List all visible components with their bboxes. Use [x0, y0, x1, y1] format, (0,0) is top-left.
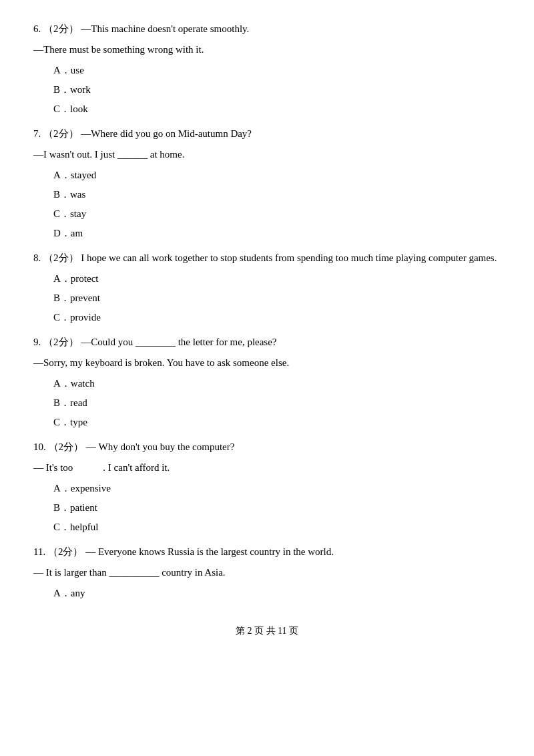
question-9-option-b: B．read [53, 394, 501, 412]
option-text: watch [71, 378, 95, 389]
question-11-points: （2分） [48, 546, 83, 557]
question-7-number: 7. [33, 128, 41, 139]
option-text: provide [70, 312, 101, 323]
question-9-option-c: C．type [53, 413, 501, 431]
option-letter: B． [53, 502, 70, 513]
option-letter: C． [53, 208, 70, 219]
option-letter: C． [53, 104, 70, 114]
question-10-dialog-2: — It's too . I can't afford it. [33, 459, 501, 477]
question-9: 9. （2分） —Could you ________ the letter f… [33, 333, 501, 431]
option-letter: A． [53, 588, 71, 598]
question-10-number: 10. [33, 441, 46, 452]
question-11-dialog-1: — Everyone knows Russia is the largest c… [85, 546, 334, 557]
question-7-points: （2分） [43, 128, 79, 139]
question-7-title: 7. （2分） —Where did you go on Mid-autumn … [33, 125, 501, 143]
question-6-dialog-2: —There must be something wrong with it. [33, 41, 501, 59]
option-text: read [70, 397, 87, 408]
question-8: 8. （2分） I hope we can all work together … [33, 249, 501, 327]
question-8-option-c: C．provide [53, 309, 501, 327]
question-8-points: （2分） [43, 252, 79, 263]
question-10-option-a: A．expensive [53, 480, 501, 498]
question-8-option-b: B．prevent [53, 289, 501, 307]
question-7-dialog-1: —Where did you go on Mid-autumn Day? [81, 128, 252, 139]
question-11: 11. （2分） — Everyone knows Russia is the … [33, 543, 501, 602]
question-9-title: 9. （2分） —Could you ________ the letter f… [33, 333, 501, 351]
question-10-title: 10. （2分） — Why don't you buy the compute… [33, 438, 501, 456]
option-text: stayed [71, 170, 96, 180]
option-text: prevent [70, 293, 100, 303]
question-6: 6. （2分） —This machine doesn't operate sm… [33, 20, 501, 118]
question-6-points: （2分） [43, 23, 79, 34]
question-7-option-c: C．stay [53, 205, 501, 223]
question-11-dialog-2: — It is larger than __________ country i… [33, 564, 501, 582]
question-7-dialog-2: —I wasn't out. I just ______ at home. [33, 146, 501, 164]
option-letter: C． [53, 312, 70, 323]
page-footer-text: 第 2 页 共 11 页 [236, 626, 298, 636]
question-9-points: （2分） [43, 337, 79, 347]
question-7-option-d: D．am [53, 224, 501, 242]
option-text: helpful [70, 522, 99, 532]
option-letter: A． [53, 65, 71, 75]
option-letter: A． [53, 170, 71, 180]
option-text: expensive [71, 483, 111, 494]
question-8-title: 8. （2分） I hope we can all work together … [33, 249, 501, 267]
option-letter: C． [53, 522, 70, 532]
option-letter: B． [53, 189, 70, 200]
option-letter: C． [53, 417, 70, 427]
option-text: patient [70, 502, 97, 513]
question-9-dialog-2: —Sorry, my keyboard is broken. You have … [33, 354, 501, 372]
question-10-option-b: B．patient [53, 499, 501, 517]
question-7-option-b: B．was [53, 186, 501, 204]
question-6-number: 6. [33, 23, 41, 34]
question-10: 10. （2分） — Why don't you buy the compute… [33, 438, 501, 536]
option-letter: A． [53, 483, 71, 494]
question-9-dialog-1: —Could you ________ the letter for me, p… [81, 337, 276, 347]
option-letter: B． [53, 84, 70, 95]
option-text: stay [70, 208, 86, 219]
question-7: 7. （2分） —Where did you go on Mid-autumn … [33, 125, 501, 242]
option-text: type [70, 417, 87, 427]
option-letter: A． [53, 273, 71, 284]
question-9-option-a: A．watch [53, 375, 501, 393]
question-11-option-a: A．any [53, 584, 501, 602]
question-6-option-b: B．work [53, 81, 501, 99]
page-footer: 第 2 页 共 11 页 [33, 622, 501, 639]
question-6-option-c: C．look [53, 100, 501, 118]
question-11-title: 11. （2分） — Everyone knows Russia is the … [33, 543, 501, 561]
question-8-text: I hope we can all work together to stop … [81, 252, 497, 263]
question-10-option-c: C．helpful [53, 518, 501, 536]
option-letter: B． [53, 293, 70, 303]
question-8-number: 8. [33, 252, 41, 263]
question-10-points: （2分） [49, 441, 84, 452]
question-6-dialog-1: —This machine doesn't operate smoothly. [81, 23, 249, 34]
question-7-option-a: A．stayed [53, 166, 501, 184]
option-text: protect [71, 273, 99, 284]
question-6-option-a: A．use [53, 61, 501, 79]
question-8-option-a: A．protect [53, 270, 501, 288]
question-9-number: 9. [33, 337, 41, 347]
option-letter: D． [53, 228, 71, 238]
option-text: work [70, 84, 91, 95]
option-text: am [71, 228, 83, 238]
option-text: was [70, 189, 85, 200]
option-text: look [70, 104, 88, 114]
option-text: any [71, 588, 85, 598]
option-letter: B． [53, 397, 70, 408]
question-10-dialog-1: — Why don't you buy the computer? [86, 441, 235, 452]
option-text: use [71, 65, 84, 75]
question-11-number: 11. [33, 546, 45, 557]
question-6-title: 6. （2分） —This machine doesn't operate sm… [33, 20, 501, 38]
option-letter: A． [53, 378, 71, 389]
